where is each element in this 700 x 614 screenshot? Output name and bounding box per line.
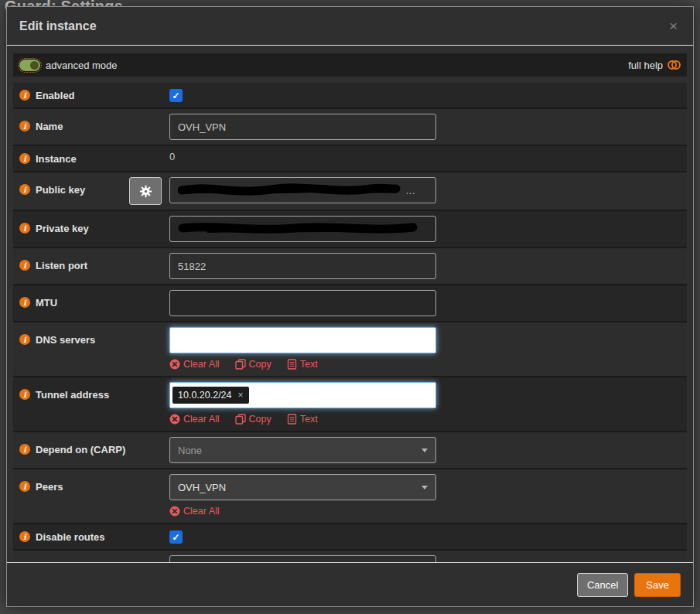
label-cell: i Peers [19, 474, 169, 499]
tunnel-address-input[interactable]: 10.0.20.2/24 × [169, 382, 436, 408]
clear-all-link[interactable]: Clear All [169, 359, 220, 370]
row-depend-on-carp: i Depend on (CARP) None [13, 432, 687, 469]
label-cell: i Public key [19, 177, 129, 202]
row-disable-routes: i Disable routes ✓ [13, 524, 687, 551]
row-mtu: i MTU [13, 285, 687, 322]
info-icon[interactable]: i [19, 90, 30, 101]
field-label-tunnel-address: Tunnel address [36, 389, 109, 401]
clear-all-icon [169, 506, 180, 517]
copy-icon [235, 359, 246, 370]
field-label-mtu: MTU [36, 297, 57, 309]
tag-remove-icon[interactable]: × [238, 390, 244, 401]
copy-icon [235, 414, 246, 425]
name-input[interactable] [169, 114, 436, 140]
clear-all-label: Clear All [183, 414, 220, 425]
field-actions: Clear All [169, 506, 436, 517]
field-actions: Clear All Copy Text [169, 414, 436, 425]
field-label-enabled: Enabled [36, 90, 75, 101]
info-icon[interactable]: i [19, 260, 30, 271]
copy-link[interactable]: Copy [235, 414, 271, 425]
redaction-scribble [178, 182, 401, 198]
peers-select[interactable]: OVH_VPN [169, 474, 436, 500]
select-value: OVH_VPN [178, 482, 226, 493]
control-cell [169, 216, 436, 242]
clear-all-label: Clear All [183, 359, 220, 370]
chevron-down-icon [422, 449, 428, 452]
info-icon[interactable]: i [19, 297, 30, 308]
depend-on-carp-select[interactable]: None [169, 437, 436, 463]
modal-body: advanced mode full help i Enabled ✓ [7, 46, 693, 562]
control-cell: 0 [169, 151, 175, 162]
label-cell: i Tunnel address [19, 382, 169, 407]
form-table: i Enabled ✓ i Name i [13, 83, 687, 562]
clear-all-label: Clear All [183, 506, 220, 517]
text-icon [287, 359, 297, 370]
info-icon[interactable]: i [19, 184, 30, 195]
label-cell: i MTU [19, 290, 169, 315]
copy-label: Copy [249, 414, 271, 425]
field-label-listen-port: Listen port [36, 260, 87, 271]
disable-routes-checkbox[interactable]: ✓ [169, 530, 183, 544]
control-cell: … [129, 177, 436, 205]
field-label-depend-on-carp: Depend on (CARP) [36, 444, 125, 455]
advanced-mode-control: advanced mode [19, 60, 118, 71]
label-cell: i Enabled [19, 87, 169, 103]
row-listen-port: i Listen port [13, 248, 687, 285]
row-dns-servers: i DNS servers Clear All Copy [13, 322, 687, 377]
info-icon[interactable]: i [19, 223, 30, 234]
field-label-private-key: Private key [36, 223, 89, 234]
row-tunnel-address: i Tunnel address 10.0.20.2/24 × Clear Al… [13, 377, 687, 432]
field-actions: Clear All Copy Text [169, 359, 436, 370]
text-link[interactable]: Text [287, 414, 318, 425]
info-icon[interactable]: i [19, 389, 30, 400]
full-help-control[interactable]: full help [628, 60, 681, 71]
field-label-public-key: Public key [36, 184, 85, 196]
save-button[interactable]: Save [634, 573, 681, 597]
row-name: i Name [13, 109, 687, 146]
field-label-name: Name [36, 121, 63, 132]
info-icon[interactable]: i [19, 444, 30, 455]
control-cell [169, 253, 436, 279]
info-icon[interactable]: i [19, 153, 30, 164]
modal-title: Edit instance [19, 19, 666, 33]
text-icon [287, 414, 297, 425]
row-private-key: i Private key [13, 211, 687, 248]
clear-all-icon [169, 414, 180, 425]
clear-all-link[interactable]: Clear All [169, 414, 220, 425]
field-label-instance: Instance [36, 153, 77, 165]
cancel-button[interactable]: Cancel [577, 573, 628, 597]
text-label: Text [300, 359, 318, 370]
dns-servers-input[interactable] [169, 327, 436, 353]
full-help-toggle-icon[interactable] [668, 60, 681, 70]
private-key-input[interactable] [169, 216, 436, 242]
copy-link[interactable]: Copy [235, 359, 271, 370]
toggle-knob [30, 61, 39, 70]
gateway-input[interactable] [169, 555, 436, 562]
advanced-mode-toggle-icon[interactable] [19, 60, 40, 71]
field-label-peers: Peers [36, 481, 63, 493]
text-link[interactable]: Text [287, 359, 318, 370]
public-key-input[interactable]: … [169, 177, 436, 203]
advanced-mode-bar: advanced mode full help [13, 53, 687, 77]
enabled-checkbox[interactable]: ✓ [169, 89, 183, 102]
info-icon[interactable]: i [19, 334, 30, 345]
label-cell: i Name [19, 114, 169, 138]
control-cell: 10.0.20.2/24 × Clear All Copy [169, 382, 436, 426]
tag-value: 10.0.20.2/24 [178, 390, 232, 401]
modal-footer: Cancel Save [7, 562, 693, 606]
info-icon[interactable]: i [19, 531, 30, 542]
generate-key-button[interactable] [129, 177, 162, 205]
info-icon[interactable]: i [19, 481, 30, 492]
clear-all-icon [169, 359, 180, 370]
label-cell: i Private key [19, 216, 169, 240]
control-cell [169, 114, 436, 140]
mtu-input[interactable] [169, 290, 436, 316]
control-cell: OVH_VPN Clear All [169, 474, 436, 518]
advanced-mode-label: advanced mode [46, 60, 118, 71]
info-icon[interactable]: i [19, 121, 30, 131]
control-cell: ✓ [169, 87, 183, 102]
listen-port-input[interactable] [169, 253, 436, 279]
close-icon[interactable]: × [666, 17, 681, 35]
clear-all-link[interactable]: Clear All [169, 506, 220, 517]
row-gateway: i Gateway [13, 551, 687, 562]
